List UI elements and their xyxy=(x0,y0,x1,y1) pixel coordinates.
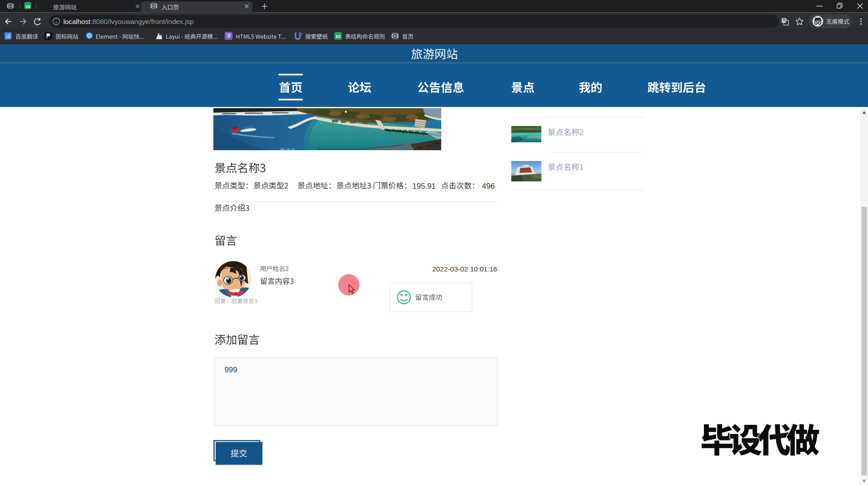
svg-text:localhost:8080/lvyouwangye/fro: localhost:8080/lvyouwangye/front/index.j… xyxy=(63,18,194,25)
svg-text:496: 496 xyxy=(482,182,495,190)
svg-text:195.91: 195.91 xyxy=(412,182,436,190)
svg-text:2022-03-02 10:01:16: 2022-03-02 10:01:16 xyxy=(432,265,497,273)
svg-text:999: 999 xyxy=(225,366,237,374)
